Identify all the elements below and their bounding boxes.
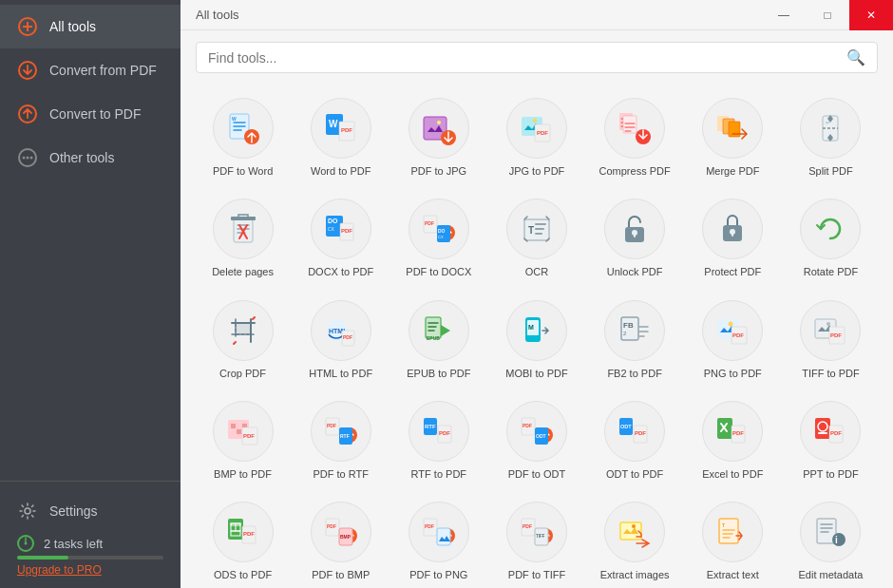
maximize-button[interactable]: □ (806, 0, 849, 30)
title-bar: All tools — □ ✕ (180, 0, 893, 30)
tool-label-pdf-to-png: PDF to PNG (409, 568, 467, 581)
main-content: All tools — □ ✕ 🔍 WPDF to WordWPDFWord t… (180, 0, 893, 588)
svg-text:RTF: RTF (340, 433, 350, 439)
close-button[interactable]: ✕ (849, 0, 893, 30)
tool-crop-pdf[interactable]: Crop PDF (196, 291, 290, 388)
tasks-count: 2 tasks left (44, 537, 103, 551)
tool-icon-pdf-to-tiff: PDFTIFF (506, 502, 567, 562)
search-input[interactable] (208, 50, 839, 66)
convert-from-pdf-icon (17, 60, 38, 81)
tool-label-docx-to-pdf: DOCX to PDF (308, 265, 373, 278)
svg-text:PDF: PDF (522, 523, 532, 529)
tool-delete-pages[interactable]: Delete pages (196, 189, 290, 286)
tool-rotate-pdf[interactable]: Rotate PDF (784, 189, 878, 286)
window-controls: — □ ✕ (762, 0, 893, 30)
svg-rect-56 (634, 233, 636, 237)
tool-html-to-pdf[interactable]: HTMLPDFHTML to PDF (294, 291, 388, 388)
tool-icon-pdf-to-bmp: PDFBMP (311, 502, 371, 562)
upgrade-link[interactable]: Upgrade to PRO (17, 563, 163, 577)
tool-edit-metadata[interactable]: iEdit metadata (784, 492, 878, 588)
svg-text:CX: CX (328, 226, 335, 232)
tool-icon-rotate-pdf (800, 199, 861, 259)
svg-text:MOBI: MOBI (527, 332, 537, 336)
tool-bmp-to-pdf[interactable]: PDFBMP to PDF (196, 391, 290, 488)
tool-epub-to-pdf[interactable]: EPUBEPUB to PDF (391, 291, 485, 388)
svg-rect-89 (237, 429, 241, 434)
svg-text:PDF: PDF (243, 531, 255, 537)
svg-text:PDF: PDF (635, 430, 646, 436)
sidebar-item-convert-from-pdf[interactable]: Convert from PDF (0, 48, 180, 92)
tool-merge-pdf[interactable]: Merge PDF (686, 88, 780, 185)
svg-text:PDF: PDF (425, 523, 434, 529)
tool-split-pdf[interactable]: ✂Split PDF (784, 88, 878, 185)
tool-rtf-to-pdf[interactable]: RTFPDFRTF to PDF (391, 391, 485, 488)
tool-icon-jpg-to-pdf: PDF (506, 98, 567, 159)
tasks-icon (17, 535, 34, 552)
tool-pdf-to-docx[interactable]: PDFDOCXPDF to DOCX (391, 189, 485, 286)
tool-icon-split-pdf: ✂ (800, 98, 861, 159)
tool-label-edit-metadata: Edit metadata (798, 568, 863, 581)
progress-fill (17, 556, 68, 560)
tool-ods-to-pdf[interactable]: PDFODS to PDF (196, 492, 290, 588)
sidebar-item-label: Convert to PDF (49, 106, 141, 122)
tool-label-rtf-to-pdf: RTF to PDF (411, 467, 466, 481)
tool-label-extract-text: Extract text (707, 568, 759, 581)
tool-pdf-to-jpg[interactable]: PDF to JPG (391, 88, 485, 185)
tool-icon-crop-pdf (213, 300, 274, 361)
tool-mobi-to-pdf[interactable]: MMOBIMOBI to PDF (489, 291, 583, 388)
tool-odt-to-pdf[interactable]: ODTPDFODT to PDF (588, 391, 682, 488)
tool-pdf-to-word[interactable]: WPDF to Word (196, 88, 290, 185)
settings-icon (17, 501, 38, 522)
tool-pdf-to-odt[interactable]: PDFODTPDF to ODT (489, 391, 583, 488)
tool-icon-unlock-pdf (604, 199, 665, 259)
tool-label-delete-pages: Delete pages (212, 265, 274, 278)
tool-ocr[interactable]: TOCR (489, 189, 583, 286)
tool-label-compress-pdf: Compress PDF (599, 164, 671, 178)
tool-pdf-to-tiff[interactable]: PDFTIFFPDF to TIFF (489, 492, 583, 588)
tool-icon-delete-pages (213, 199, 274, 259)
svg-rect-88 (231, 429, 236, 434)
tool-ppt-to-pdf[interactable]: PDFPPT to PDF (784, 391, 878, 488)
svg-text:PDF: PDF (343, 334, 352, 340)
tool-compress-pdf[interactable]: Compress PDF (588, 88, 682, 185)
svg-text:DO: DO (328, 218, 338, 224)
tool-label-pdf-to-jpg: PDF to JPG (411, 164, 467, 178)
tool-excel-to-pdf[interactable]: PDFExcel to PDF (686, 391, 780, 488)
tool-icon-tiff-to-pdf: PDF (800, 300, 861, 361)
tool-docx-to-pdf[interactable]: DOCXPDFDOCX to PDF (294, 189, 388, 286)
tool-jpg-to-pdf[interactable]: PDFJPG to PDF (489, 88, 583, 185)
svg-rect-53 (535, 233, 542, 235)
tool-pdf-to-rtf[interactable]: PDFRTFPDF to RTF (294, 391, 388, 488)
svg-text:PDF: PDF (830, 332, 842, 338)
svg-text:PDF: PDF (830, 430, 842, 436)
tool-tiff-to-pdf[interactable]: PDFTIFF to PDF (784, 291, 878, 388)
sidebar-item-other-tools[interactable]: Other tools (0, 136, 180, 180)
sidebar-item-convert-to-pdf[interactable]: Convert to PDF (0, 92, 180, 136)
tool-icon-png-to-pdf: PDF (702, 300, 763, 361)
tool-protect-pdf[interactable]: Protect PDF (686, 189, 780, 286)
minimize-button[interactable]: — (762, 0, 806, 30)
settings-item[interactable]: Settings (17, 493, 163, 529)
svg-point-11 (25, 542, 28, 545)
tool-fb2-to-pdf[interactable]: FB2FB2 to PDF (588, 291, 682, 388)
tool-icon-docx-to-pdf: DOCXPDF (311, 199, 371, 259)
svg-text:ODT: ODT (536, 433, 546, 439)
svg-point-142 (632, 524, 636, 528)
tool-icon-ocr: T (506, 199, 567, 259)
tool-pdf-to-png[interactable]: PDFPDF to PNG (391, 492, 485, 588)
tool-extract-images[interactable]: Extract images (588, 492, 682, 588)
tool-label-excel-to-pdf: Excel to PDF (702, 467, 763, 481)
svg-text:PDF: PDF (341, 228, 352, 234)
tool-pdf-to-bmp[interactable]: PDFBMPPDF to BMP (294, 492, 388, 588)
tool-word-to-pdf[interactable]: WPDFWord to PDF (294, 88, 388, 185)
tool-png-to-pdf[interactable]: PDFPNG to PDF (686, 291, 780, 388)
tool-unlock-pdf[interactable]: Unlock PDF (588, 189, 682, 286)
svg-text:W: W (329, 119, 338, 129)
tool-icon-html-to-pdf: HTMLPDF (311, 300, 371, 361)
sidebar-item-all-tools[interactable]: All tools (0, 5, 180, 48)
tool-label-pdf-to-docx: PDF to DOCX (406, 265, 471, 278)
tool-extract-text[interactable]: TExtract text (686, 492, 780, 588)
tool-icon-rtf-to-pdf: RTFPDF (408, 401, 469, 462)
tool-icon-ods-to-pdf: PDF (213, 502, 274, 562)
search-container: 🔍 (180, 30, 893, 83)
